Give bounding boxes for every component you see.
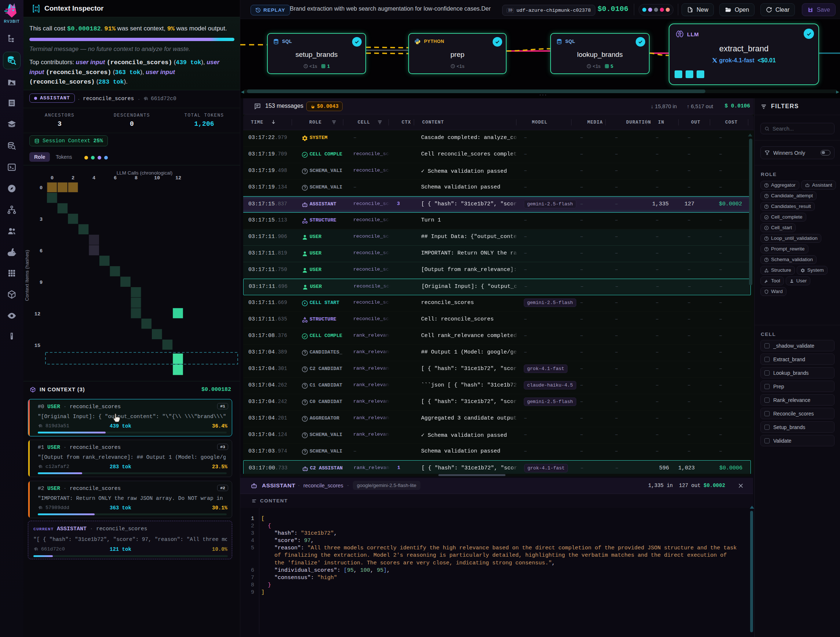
- svg-text:9: 9: [39, 280, 43, 285]
- svg-text:6: 6: [39, 248, 43, 254]
- svg-text:2: 2: [71, 175, 74, 181]
- svg-text:0: 0: [51, 175, 54, 181]
- svg-text:12: 12: [175, 175, 181, 181]
- svg-text:8: 8: [134, 175, 137, 181]
- svg-text:3: 3: [39, 217, 43, 222]
- svg-text:6: 6: [114, 175, 117, 181]
- svg-text:12: 12: [35, 311, 40, 317]
- svg-text:4: 4: [92, 175, 95, 181]
- svg-text:10: 10: [154, 175, 160, 181]
- svg-text:0: 0: [39, 185, 43, 191]
- svg-text:LLM Calls (chronological): LLM Calls (chronological): [117, 170, 172, 176]
- svg-text:01: 01: [35, 9, 38, 12]
- svg-text:15: 15: [35, 343, 40, 348]
- svg-text:Context Items (hashes): Context Items (hashes): [24, 250, 30, 301]
